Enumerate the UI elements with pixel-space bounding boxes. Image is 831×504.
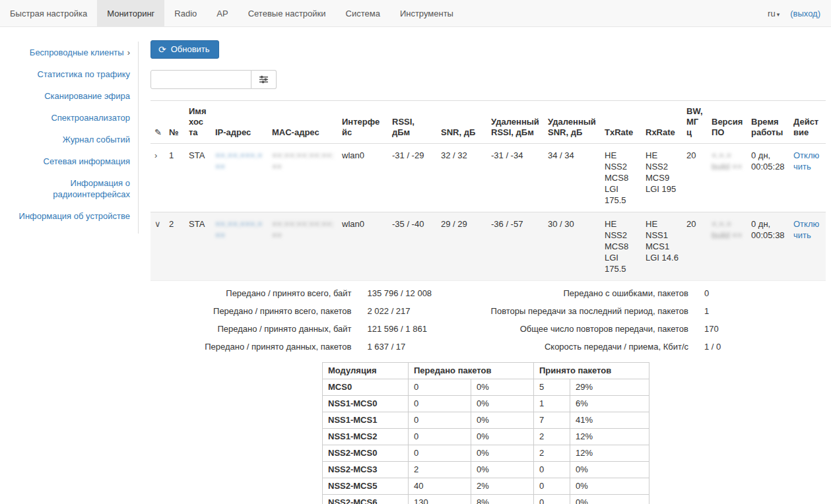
client-snr: 32 / 32	[437, 144, 487, 212]
col-ip: IP-адрес	[211, 101, 268, 144]
mod-rx-count: 0	[534, 478, 570, 495]
modulation-row: NSS2-MCS000%212%	[323, 445, 649, 462]
stat-row: Передано с ошибками, пакетов0	[488, 284, 825, 302]
nav-tab-radio[interactable]: Radio	[164, 0, 207, 26]
client-num: 1	[165, 144, 185, 212]
stat-label: Передано / принято данных, байт	[150, 320, 352, 338]
client-mac: ××:××:××:××:××:××	[272, 150, 334, 172]
client-ip-link[interactable]: ××.××.×××.×××	[215, 150, 263, 172]
mod-rx-count: 2	[534, 429, 570, 445]
col-action: Действие	[789, 101, 826, 144]
nav-tab-monitoring[interactable]: Мониторинг	[97, 0, 164, 26]
sidebar-item-device-info[interactable]: Информация об устройстве	[7, 205, 130, 227]
client-rssi: -35 / -40	[388, 212, 437, 281]
client-rxrate: HE NSS1 MCS1 LGI 14.6	[642, 212, 682, 281]
client-txrate: HE NSS2 MCS8 LGI 175.5	[601, 212, 642, 281]
mod-name: NSS1-MCS2	[323, 429, 409, 445]
mod-rx-count: 7	[534, 412, 570, 429]
disconnect-link[interactable]: Отключить	[793, 150, 819, 172]
stat-row: Общее число повторов передачи, пакетов17…	[488, 320, 825, 338]
chevron-right-icon: ›	[127, 47, 130, 57]
logout-link[interactable]: (выход)	[790, 9, 820, 18]
refresh-button[interactable]: ⟳ Обновить	[150, 40, 219, 59]
nav-tab-tools[interactable]: Инструменты	[390, 0, 463, 26]
col-snr: SNR, дБ	[437, 101, 487, 144]
client-remote-rssi: -31 / -34	[487, 144, 544, 212]
mod-tx-pct: 0%	[471, 396, 534, 412]
client-ip-link[interactable]: ××.××.×××.×××	[215, 219, 263, 240]
sidebar-item-event-log[interactable]: Журнал событий	[7, 129, 130, 150]
stat-label: Передано / принято данных, пакетов	[150, 338, 352, 356]
mod-tx-pct: 2%	[471, 478, 534, 495]
mod-tx-pct: 0%	[471, 412, 534, 429]
collapse-row-icon[interactable]: ∨	[154, 219, 161, 229]
nav-tab-quick-setup[interactable]: Быстрая настройка	[0, 0, 97, 26]
disconnect-link[interactable]: Отключить	[793, 219, 819, 240]
mod-name: NSS2-MCS6	[323, 495, 409, 504]
mod-rx-pct: 41%	[570, 412, 649, 429]
stat-value: 1 / 0	[688, 338, 824, 356]
client-num: 2	[165, 212, 185, 281]
mod-tx-count: 0	[409, 429, 471, 445]
mod-rx-count: 1	[534, 396, 570, 412]
modulation-row: NSS2-MCS320%00%	[323, 462, 649, 478]
nav-tab-ap[interactable]: AP	[207, 0, 238, 26]
modulation-row: NSS1-MCS000%16%	[323, 396, 649, 412]
mod-col-rx-packets: Принято пакетов	[534, 363, 649, 379]
mod-rx-count: 2	[534, 445, 570, 462]
mod-rx-pct: 0%	[570, 462, 649, 478]
col-fw-version: Версия ПО	[708, 101, 747, 144]
stat-value: 135 796 / 12 008	[352, 284, 488, 302]
mod-rx-pct: 29%	[570, 379, 649, 396]
stat-label: Передано / принято всего, байт	[150, 284, 352, 302]
mod-rx-count: 0	[534, 495, 570, 504]
mod-tx-count: 40	[409, 478, 471, 495]
sidebar-item-label: Беспроводные клиенты	[30, 47, 124, 57]
modulation-row: NSS1-MCS100%741%	[323, 412, 649, 429]
language-select[interactable]: ru▾	[768, 9, 780, 18]
modulation-row: MCS000%529%	[323, 379, 649, 396]
sidebar-item-wireless-clients[interactable]: Беспроводные клиенты›	[7, 42, 130, 63]
stat-row: Передано / принято данных, пакетов1 637 …	[150, 338, 488, 356]
sidebar-item-network-information[interactable]: Сетевая информация	[7, 150, 130, 172]
sidebar-item-traffic-statistics[interactable]: Статистика по трафику	[7, 63, 130, 85]
client-row: › 1 STA ××.××.×××.××× ××:××:××:××:××:×× …	[150, 144, 826, 212]
expand-row-icon[interactable]: ›	[154, 150, 157, 160]
client-rxrate: HE NSS2 MCS9 LGI 195	[642, 144, 682, 212]
mod-tx-count: 0	[409, 412, 471, 429]
stat-label: Передано / принято всего, пакетов	[150, 302, 352, 320]
sidebar-item-radio-interfaces-info[interactable]: Информация о радиоинтерфейсах	[7, 172, 130, 205]
stat-row: Передано / принято данных, байт121 596 /…	[150, 320, 488, 338]
stat-row: Повторы передачи за последний период, па…	[488, 302, 825, 320]
mod-rx-pct: 12%	[570, 445, 649, 462]
refresh-label: Обновить	[171, 44, 210, 54]
stat-value: 170	[688, 320, 824, 338]
stat-row: Передано / принято всего, пакетов2 022 /…	[150, 302, 488, 320]
mod-rx-pct: 12%	[570, 429, 649, 445]
filter-input[interactable]	[150, 70, 251, 89]
top-navigation: Быстрая настройка Мониторинг Radio AP Се…	[0, 0, 831, 27]
language-label: ru	[768, 9, 776, 18]
client-fw-version: ×.×.× build ××	[712, 219, 742, 240]
nav-tab-network-settings[interactable]: Сетевые настройки	[238, 0, 336, 26]
col-mac: MAC-адрес	[268, 101, 338, 144]
edit-icon: ✎	[154, 127, 162, 137]
details-left-column: Передано / принято всего, байт135 796 / …	[150, 284, 488, 356]
client-fw-version: ×.×.× build ××	[712, 150, 742, 172]
filter-options-button[interactable]	[251, 70, 277, 89]
col-rssi: RSSI, дБм	[388, 101, 437, 144]
col-bw: BW, МГц	[682, 101, 708, 144]
wireless-clients-table: ✎ № Имя хоста IP-адрес MAC-адрес Интерфе…	[150, 100, 826, 281]
stat-value: 1 637 / 17	[352, 338, 488, 356]
nav-tab-system[interactable]: Система	[336, 0, 390, 26]
mod-tx-pct: 0%	[471, 445, 534, 462]
col-hostname: Имя хоста	[185, 101, 211, 144]
sidebar-item-spectrum-analyzer[interactable]: Спектроанализатор	[7, 107, 130, 129]
details-right-column: Передано с ошибками, пакетов0 Повторы пе…	[488, 284, 825, 356]
sidebar-item-air-scan[interactable]: Сканирование эфира	[7, 85, 130, 107]
filter-group	[150, 70, 824, 89]
client-mac: ××:××:××:××:××:××	[272, 219, 334, 240]
mod-tx-count: 130	[409, 495, 471, 504]
client-details: Передано / принято всего, байт135 796 / …	[150, 284, 824, 356]
client-rssi: -31 / -29	[388, 144, 437, 212]
